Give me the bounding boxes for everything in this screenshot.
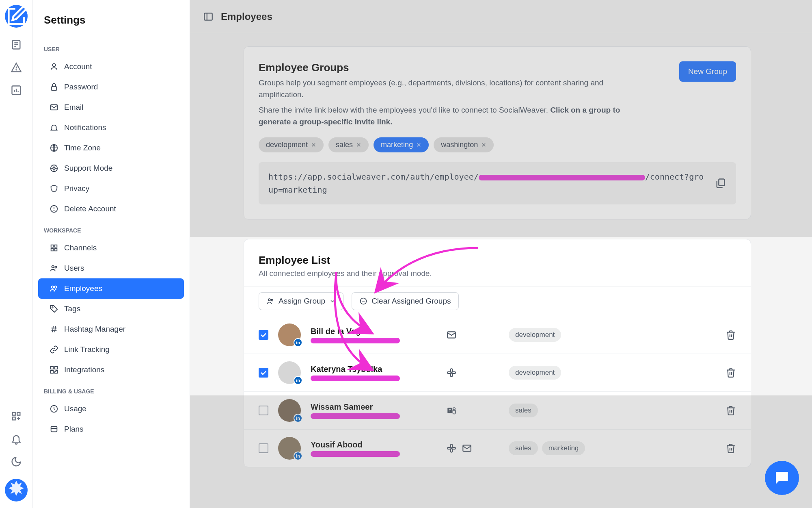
nav-icon: [50, 284, 58, 293]
copy-link-icon[interactable]: [715, 178, 726, 189]
nav-label: Link Tracking: [64, 345, 110, 354]
nav-label: Delete Account: [64, 204, 116, 213]
nav-label: Users: [64, 264, 84, 273]
svg-rect-28: [51, 245, 54, 247]
nav-icon: [50, 345, 58, 354]
nav-usage[interactable]: Usage: [38, 399, 184, 419]
nav-integrations[interactable]: Integrations: [38, 360, 184, 380]
svg-point-35: [54, 286, 57, 289]
svg-rect-11: [17, 412, 20, 415]
employee-row: inBill de la Vegadevelopment: [244, 316, 751, 354]
nav-label: Hashtag Manager: [64, 325, 125, 334]
employee-tag: development: [509, 366, 561, 380]
svg-point-27: [54, 210, 54, 211]
nav-icon: [50, 204, 58, 213]
linkedin-badge-icon: in: [294, 414, 302, 423]
group-chip-washington[interactable]: washington✕: [434, 137, 494, 152]
svg-point-48: [271, 299, 273, 301]
svg-rect-46: [719, 179, 724, 186]
svg-point-20: [53, 167, 55, 169]
compose-button[interactable]: [5, 5, 28, 28]
employee-detail-redacted: [311, 376, 400, 381]
employee-channels: [446, 367, 499, 378]
chat-fab[interactable]: [765, 461, 799, 495]
svg-rect-54: [447, 372, 451, 373]
nav-password[interactable]: Password: [38, 77, 184, 97]
employee-channels: [446, 443, 499, 454]
svg-line-40: [55, 326, 56, 332]
nav-icon: [50, 143, 58, 152]
posts-icon[interactable]: [11, 39, 22, 50]
group-chip-marketing[interactable]: marketing✕: [374, 137, 429, 152]
employee-tags: development: [509, 366, 716, 380]
avatar: in: [278, 437, 301, 460]
linkedin-badge-icon: in: [294, 452, 302, 460]
nav-icon: [50, 184, 58, 193]
nav-label: Support Mode: [64, 164, 112, 173]
delete-employee-button[interactable]: [726, 443, 736, 454]
nav-icon: [50, 425, 58, 434]
nav-privacy[interactable]: Privacy: [38, 178, 184, 199]
svg-rect-16: [52, 87, 57, 90]
svg-rect-62: [452, 447, 456, 449]
row-checkbox[interactable]: [259, 368, 268, 378]
row-checkbox[interactable]: [259, 330, 268, 340]
delete-employee-button[interactable]: [726, 330, 736, 340]
nav-link-tracking[interactable]: Link Tracking: [38, 339, 184, 360]
moon-icon[interactable]: [11, 456, 22, 467]
alerts-icon[interactable]: [11, 62, 22, 73]
nav-channels[interactable]: Channels: [38, 238, 184, 258]
nav-icon: [50, 62, 58, 71]
invite-link-box: https://app.socialweaver.com/auth/employ…: [259, 162, 736, 204]
analytics-icon[interactable]: [11, 85, 22, 96]
nav-tags[interactable]: Tags: [38, 299, 184, 319]
nav-label: Account: [64, 62, 92, 71]
new-group-button[interactable]: New Group: [679, 61, 736, 82]
svg-text:T: T: [449, 408, 451, 412]
svg-point-47: [268, 299, 270, 301]
nav-email[interactable]: Email: [38, 97, 184, 117]
employee-detail-redacted: [311, 338, 400, 343]
panel-toggle-icon[interactable]: [203, 11, 214, 22]
employee-tags: development: [509, 328, 716, 342]
apps-icon[interactable]: [11, 410, 22, 422]
list-title: Employee List: [259, 254, 736, 267]
chip-remove-icon[interactable]: ✕: [481, 141, 486, 149]
app-logo[interactable]: [5, 479, 28, 501]
employee-tag: sales: [509, 441, 538, 455]
clear-groups-button[interactable]: Clear Assigned Groups: [352, 292, 458, 310]
nav-label: Notifications: [64, 123, 106, 132]
linkedin-badge-icon: in: [294, 338, 302, 347]
group-chip-sales[interactable]: sales✕: [328, 137, 369, 152]
nav-plans[interactable]: Plans: [38, 419, 184, 439]
nav-icon: [50, 82, 58, 91]
delete-employee-button[interactable]: [726, 367, 736, 378]
nav-support-mode[interactable]: Support Mode: [38, 158, 184, 178]
svg-rect-30: [51, 249, 54, 251]
employee-row: inWissam SameerTsales: [244, 392, 751, 430]
nav-hashtag-manager[interactable]: Hashtag Manager: [38, 319, 184, 339]
nav-icon: [50, 304, 58, 313]
invite-link-text: https://app.socialweaver.com/auth/employ…: [268, 170, 707, 196]
nav-notifications[interactable]: Notifications: [38, 117, 184, 138]
nav-time-zone[interactable]: Time Zone: [38, 138, 184, 158]
nav-users[interactable]: Users: [38, 258, 184, 278]
assign-group-button[interactable]: Assign Group: [259, 292, 343, 310]
nav-delete-account[interactable]: Delete Account: [38, 199, 184, 219]
bell-icon[interactable]: [11, 433, 22, 445]
chip-remove-icon[interactable]: ✕: [356, 141, 361, 149]
group-chip-development[interactable]: development✕: [259, 137, 324, 152]
chip-remove-icon[interactable]: ✕: [311, 141, 316, 149]
edit-icon: [5, 5, 28, 28]
nav-icon: [50, 365, 58, 374]
nav-employees[interactable]: Employees: [38, 278, 184, 299]
row-checkbox[interactable]: [259, 406, 268, 415]
employee-channels: [446, 330, 499, 340]
sidebar-title: Settings: [32, 10, 190, 38]
chip-remove-icon[interactable]: ✕: [416, 141, 421, 149]
nav-icon: [50, 264, 58, 273]
row-checkbox[interactable]: [259, 443, 268, 453]
nav-account[interactable]: Account: [38, 56, 184, 77]
delete-employee-button[interactable]: [726, 405, 736, 416]
svg-point-5: [16, 69, 16, 70]
